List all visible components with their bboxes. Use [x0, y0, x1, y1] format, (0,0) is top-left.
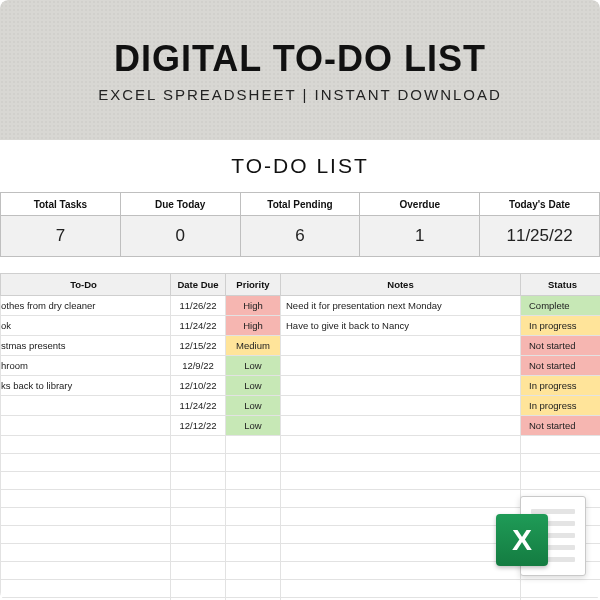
empty-cell[interactable] [171, 490, 226, 508]
empty-cell[interactable] [1, 580, 171, 598]
cell-todo[interactable]: ok [1, 316, 171, 336]
summary-header: Today's Date [480, 193, 599, 216]
table-row-empty[interactable] [1, 454, 601, 472]
cell-todo[interactable] [1, 416, 171, 436]
cell-todo[interactable]: othes from dry cleaner [1, 296, 171, 316]
cell-status[interactable]: Not started [521, 336, 601, 356]
empty-cell[interactable] [521, 472, 601, 490]
spreadsheet-preview: TO-DO LIST Total Tasks7Due Today0Total P… [0, 140, 600, 600]
cell-notes[interactable] [281, 396, 521, 416]
empty-cell[interactable] [281, 562, 521, 580]
table-row-empty[interactable] [1, 436, 601, 454]
summary-cell: Total Pending6 [241, 193, 361, 256]
cell-date[interactable]: 12/12/22 [171, 416, 226, 436]
cell-date[interactable]: 11/26/22 [171, 296, 226, 316]
cell-priority[interactable]: Medium [226, 336, 281, 356]
empty-cell[interactable] [281, 544, 521, 562]
empty-cell[interactable] [226, 508, 281, 526]
summary-cell: Total Tasks7 [1, 193, 121, 256]
empty-cell[interactable] [1, 526, 171, 544]
table-row-empty[interactable] [1, 580, 601, 598]
empty-cell[interactable] [226, 562, 281, 580]
summary-cell: Overdue1 [360, 193, 480, 256]
empty-cell[interactable] [281, 436, 521, 454]
empty-cell[interactable] [171, 436, 226, 454]
cell-date[interactable]: 12/10/22 [171, 376, 226, 396]
column-header: Status [521, 274, 601, 296]
cell-date[interactable]: 11/24/22 [171, 396, 226, 416]
empty-cell[interactable] [1, 490, 171, 508]
excel-badge: X [496, 492, 586, 582]
cell-notes[interactable] [281, 416, 521, 436]
empty-cell[interactable] [171, 580, 226, 598]
table-row[interactable]: 11/24/22LowIn progress [1, 396, 601, 416]
cell-priority[interactable]: Low [226, 416, 281, 436]
empty-cell[interactable] [226, 454, 281, 472]
cell-status[interactable]: Complete [521, 296, 601, 316]
empty-cell[interactable] [226, 526, 281, 544]
cell-notes[interactable] [281, 336, 521, 356]
summary-cell: Today's Date11/25/22 [480, 193, 599, 256]
cell-todo[interactable] [1, 396, 171, 416]
cell-priority[interactable]: High [226, 296, 281, 316]
empty-cell[interactable] [281, 580, 521, 598]
table-row[interactable]: ok11/24/22HighHave to give it back to Na… [1, 316, 601, 336]
column-header: Notes [281, 274, 521, 296]
empty-cell[interactable] [281, 508, 521, 526]
cell-notes[interactable]: Need it for presentation next Monday [281, 296, 521, 316]
cell-status[interactable]: In progress [521, 396, 601, 416]
cell-status[interactable]: In progress [521, 316, 601, 336]
cell-date[interactable]: 12/9/22 [171, 356, 226, 376]
table-row[interactable]: stmas presents12/15/22MediumNot started [1, 336, 601, 356]
empty-cell[interactable] [281, 490, 521, 508]
column-header: To-Do [1, 274, 171, 296]
cell-date[interactable]: 12/15/22 [171, 336, 226, 356]
empty-cell[interactable] [1, 436, 171, 454]
cell-todo[interactable]: stmas presents [1, 336, 171, 356]
cell-status[interactable]: In progress [521, 376, 601, 396]
empty-cell[interactable] [226, 544, 281, 562]
cell-todo[interactable]: hroom [1, 356, 171, 376]
cell-date[interactable]: 11/24/22 [171, 316, 226, 336]
table-row-empty[interactable] [1, 472, 601, 490]
empty-cell[interactable] [226, 490, 281, 508]
empty-cell[interactable] [281, 454, 521, 472]
empty-cell[interactable] [281, 472, 521, 490]
cell-priority[interactable]: High [226, 316, 281, 336]
cell-notes[interactable] [281, 356, 521, 376]
empty-cell[interactable] [226, 436, 281, 454]
empty-cell[interactable] [171, 526, 226, 544]
empty-cell[interactable] [1, 562, 171, 580]
cell-priority[interactable]: Low [226, 396, 281, 416]
empty-cell[interactable] [171, 562, 226, 580]
promo-subtitle: EXCEL SPREADSHEET | INSTANT DOWNLOAD [98, 86, 502, 103]
empty-cell[interactable] [171, 508, 226, 526]
empty-cell[interactable] [1, 472, 171, 490]
table-row[interactable]: 12/12/22LowNot started [1, 416, 601, 436]
empty-cell[interactable] [521, 454, 601, 472]
empty-cell[interactable] [521, 580, 601, 598]
empty-cell[interactable] [1, 544, 171, 562]
cell-status[interactable]: Not started [521, 416, 601, 436]
empty-cell[interactable] [171, 544, 226, 562]
cell-priority[interactable]: Low [226, 356, 281, 376]
table-row[interactable]: othes from dry cleaner11/26/22HighNeed i… [1, 296, 601, 316]
empty-cell[interactable] [171, 472, 226, 490]
cell-todo[interactable]: ks back to library [1, 376, 171, 396]
column-header: Priority [226, 274, 281, 296]
cell-notes[interactable] [281, 376, 521, 396]
empty-cell[interactable] [226, 472, 281, 490]
empty-cell[interactable] [171, 454, 226, 472]
cell-status[interactable]: Not started [521, 356, 601, 376]
empty-cell[interactable] [521, 436, 601, 454]
cell-priority[interactable]: Low [226, 376, 281, 396]
cell-notes[interactable]: Have to give it back to Nancy [281, 316, 521, 336]
empty-cell[interactable] [1, 454, 171, 472]
summary-value: 6 [241, 216, 360, 256]
summary-value: 1 [360, 216, 479, 256]
empty-cell[interactable] [226, 580, 281, 598]
table-row[interactable]: hroom12/9/22LowNot started [1, 356, 601, 376]
empty-cell[interactable] [1, 508, 171, 526]
empty-cell[interactable] [281, 526, 521, 544]
table-row[interactable]: ks back to library12/10/22LowIn progress [1, 376, 601, 396]
